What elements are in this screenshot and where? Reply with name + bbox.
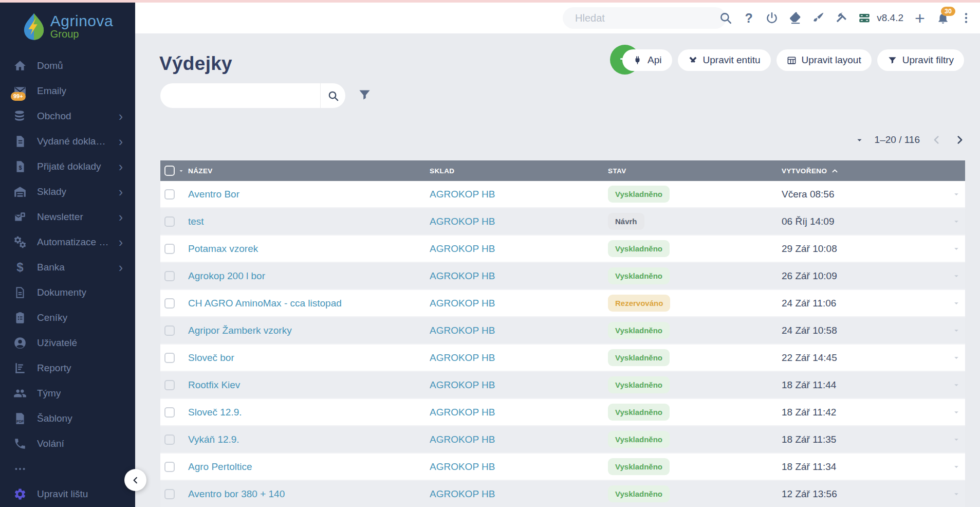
row-name-link[interactable]: test [188, 216, 430, 227]
sidebar-item[interactable]: Dokumenty [0, 280, 135, 305]
row-warehouse-link[interactable]: AGROKOP HB [430, 352, 608, 364]
sidebar-item[interactable]: Newsletter [0, 204, 135, 229]
row-checkbox[interactable] [164, 298, 175, 309]
row-name-link[interactable]: Aventro Bor [188, 189, 430, 200]
row-name-link[interactable]: Vykáň 12.9. [188, 434, 430, 445]
row-checkbox[interactable] [164, 325, 175, 336]
sidebar-item[interactable]: 99+ Emaily [0, 78, 135, 103]
table-row[interactable]: Aventro Bor AGROKOP HB Vyskladněno Včera… [160, 181, 965, 208]
table-row[interactable]: Vykáň 12.9. AGROKOP HB Vyskladněno 18 Zá… [160, 426, 965, 454]
hammer-icon[interactable] [835, 11, 848, 25]
row-name-link[interactable]: Aventro bor 380 + 140 [188, 488, 430, 500]
row-actions-caret-icon[interactable] [953, 218, 960, 225]
row-checkbox[interactable] [164, 462, 175, 472]
row-checkbox[interactable] [164, 271, 175, 281]
kebab-menu-icon[interactable] [959, 11, 973, 25]
add-global-icon[interactable]: + [913, 11, 927, 25]
row-warehouse-link[interactable]: AGROKOP HB [430, 298, 608, 309]
page-size-caret-icon[interactable] [856, 136, 863, 144]
row-name-link[interactable]: Agripor Žamberk vzorky [188, 325, 430, 336]
row-warehouse-link[interactable]: AGROKOP HB [430, 407, 608, 418]
sidebar-item[interactable]: Volání [0, 431, 135, 456]
table-row[interactable]: Rootfix Kiev AGROKOP HB Vyskladněno 18 Z… [160, 372, 965, 399]
sidebar-item[interactable]: Obchod [0, 103, 135, 129]
row-checkbox[interactable] [164, 353, 175, 363]
row-actions-caret-icon[interactable] [953, 436, 960, 443]
row-checkbox[interactable] [164, 407, 175, 418]
row-actions-caret-icon[interactable] [953, 382, 960, 389]
sidebar-collapse-button[interactable] [124, 469, 146, 491]
sidebar-item[interactable]: PDF Šablony [0, 406, 135, 431]
eraser-icon[interactable] [788, 11, 802, 25]
row-name-link[interactable]: Sloveč 12.9. [188, 407, 430, 418]
column-header-vytvoreno[interactable]: VYTVOŘENO [782, 167, 942, 175]
global-search-input[interactable] [563, 7, 726, 29]
row-checkbox[interactable] [164, 244, 175, 254]
sidebar-item[interactable]: Automatizace … [0, 229, 135, 255]
row-name-link[interactable]: Agrokop 200 l bor [188, 270, 430, 282]
action-button[interactable]: Upravit entitu [678, 49, 771, 71]
row-checkbox[interactable] [164, 489, 175, 499]
search-icon[interactable] [719, 11, 732, 25]
row-actions-caret-icon[interactable] [953, 354, 960, 361]
table-row[interactable]: Agripor Žamberk vzorky AGROKOP HB Vyskla… [160, 317, 965, 345]
sidebar-item[interactable]: $ Banka [0, 255, 135, 280]
power-icon[interactable] [765, 11, 779, 25]
sidebar-item[interactable]: Vydané dokla… [0, 129, 135, 154]
row-actions-caret-icon[interactable] [953, 245, 960, 252]
brush-icon[interactable] [811, 11, 825, 25]
row-checkbox[interactable] [164, 189, 175, 200]
list-search-button[interactable] [321, 83, 345, 108]
action-button[interactable]: Upravit filtry [877, 49, 964, 71]
row-warehouse-link[interactable]: AGROKOP HB [430, 325, 608, 336]
select-dropdown-icon[interactable] [178, 168, 184, 174]
row-warehouse-link[interactable]: AGROKOP HB [430, 243, 608, 255]
table-row[interactable]: Aventro bor 380 + 140 AGROKOP HB Vysklad… [160, 481, 965, 507]
table-row[interactable]: Agrokop 200 l bor AGROKOP HB Vyskladněno… [160, 263, 965, 290]
row-warehouse-link[interactable]: AGROKOP HB [430, 216, 608, 227]
pagination-next-icon[interactable] [954, 134, 965, 146]
table-row[interactable]: test AGROKOP HB Návrh 06 Říj 14:09 [160, 208, 965, 236]
column-header-nazev[interactable]: NÁZEV [188, 167, 430, 175]
table-row[interactable]: Potamax vzorek AGROKOP HB Vyskladněno 29… [160, 236, 965, 263]
sidebar-item[interactable]: Reporty [0, 355, 135, 381]
row-warehouse-link[interactable]: AGROKOP HB [430, 379, 608, 391]
row-warehouse-link[interactable]: AGROKOP HB [430, 434, 608, 445]
row-actions-caret-icon[interactable] [953, 327, 960, 334]
sidebar-item[interactable]: $ Přijaté doklady [0, 154, 135, 179]
row-checkbox[interactable] [164, 434, 175, 445]
row-warehouse-link[interactable]: AGROKOP HB [430, 488, 608, 500]
table-row[interactable]: Sloveč 12.9. AGROKOP HB Vyskladněno 18 Z… [160, 399, 965, 426]
action-button[interactable]: Upravit layout [776, 49, 872, 71]
version-label[interactable]: v8.4.2 [877, 12, 903, 24]
sidebar-item[interactable]: Sklady [0, 179, 135, 204]
column-header-sklad[interactable]: SKLAD [430, 167, 608, 175]
table-row[interactable]: Agro Pertoltice AGROKOP HB Vyskladněno 1… [160, 454, 965, 481]
select-all-checkbox[interactable] [164, 166, 175, 176]
column-header-stav[interactable]: STAV [608, 167, 782, 175]
sort-ascending-icon[interactable] [831, 167, 839, 175]
help-icon[interactable]: ? [742, 11, 755, 25]
sidebar-item[interactable]: Týmy [0, 381, 135, 406]
table-row[interactable]: Sloveč bor AGROKOP HB Vyskladněno 22 Zář… [160, 345, 965, 372]
row-warehouse-link[interactable]: AGROKOP HB [430, 461, 608, 473]
sidebar-item[interactable]: Ceníky [0, 305, 135, 330]
row-name-link[interactable]: Sloveč bor [188, 352, 430, 364]
row-name-link[interactable]: CH AGRO AminoMax - cca listopad [188, 298, 430, 309]
row-warehouse-link[interactable]: AGROKOP HB [430, 189, 608, 200]
row-checkbox[interactable] [164, 216, 175, 227]
list-search-input[interactable] [160, 90, 320, 101]
sidebar-item[interactable] [0, 456, 135, 481]
sidebar-item[interactable]: Upravit lištu [0, 481, 135, 506]
row-warehouse-link[interactable]: AGROKOP HB [430, 270, 608, 282]
row-checkbox[interactable] [164, 380, 175, 390]
action-button[interactable]: Api [622, 49, 672, 71]
row-actions-caret-icon[interactable] [953, 191, 960, 198]
row-name-link[interactable]: Potamax vzorek [188, 243, 430, 255]
pagination-prev-icon[interactable] [931, 134, 942, 146]
app-logo[interactable]: Agrinova Group [0, 3, 135, 50]
row-actions-caret-icon[interactable] [953, 273, 960, 280]
filter-funnel-icon[interactable] [358, 88, 372, 102]
row-name-link[interactable]: Rootfix Kiev [188, 379, 430, 391]
row-actions-caret-icon[interactable] [953, 491, 960, 498]
